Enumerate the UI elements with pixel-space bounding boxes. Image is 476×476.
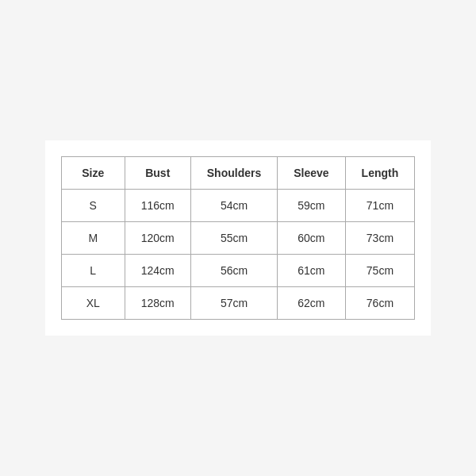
size-chart-container: Size Bust Shoulders Sleeve Length S116cm… — [45, 140, 432, 336]
table-header-row: Size Bust Shoulders Sleeve Length — [61, 157, 415, 190]
cell-3-2: 57cm — [190, 287, 277, 320]
cell-2-4: 75cm — [345, 255, 415, 287]
cell-1-3: 60cm — [278, 222, 345, 255]
cell-3-0: XL — [61, 287, 125, 320]
cell-1-4: 73cm — [345, 222, 415, 255]
cell-2-3: 61cm — [278, 255, 345, 287]
cell-0-4: 71cm — [345, 190, 415, 222]
cell-0-1: 116cm — [125, 190, 190, 222]
header-length: Length — [345, 157, 415, 190]
table-row: XL128cm57cm62cm76cm — [61, 287, 415, 320]
cell-0-0: S — [61, 190, 125, 222]
cell-0-3: 59cm — [278, 190, 345, 222]
cell-2-1: 124cm — [125, 255, 190, 287]
header-sleeve: Sleeve — [278, 157, 345, 190]
cell-3-1: 128cm — [125, 287, 190, 320]
table-row: L124cm56cm61cm75cm — [61, 255, 415, 287]
header-shoulders: Shoulders — [190, 157, 277, 190]
header-size: Size — [61, 157, 125, 190]
cell-1-0: M — [61, 222, 125, 255]
cell-1-2: 55cm — [190, 222, 277, 255]
cell-1-1: 120cm — [125, 222, 190, 255]
cell-2-2: 56cm — [190, 255, 277, 287]
cell-2-0: L — [61, 255, 125, 287]
header-bust: Bust — [125, 157, 190, 190]
cell-0-2: 54cm — [190, 190, 277, 222]
cell-3-4: 76cm — [345, 287, 415, 320]
table-row: S116cm54cm59cm71cm — [61, 190, 415, 222]
cell-3-3: 62cm — [278, 287, 345, 320]
table-row: M120cm55cm60cm73cm — [61, 222, 415, 255]
size-chart-table: Size Bust Shoulders Sleeve Length S116cm… — [61, 156, 416, 320]
